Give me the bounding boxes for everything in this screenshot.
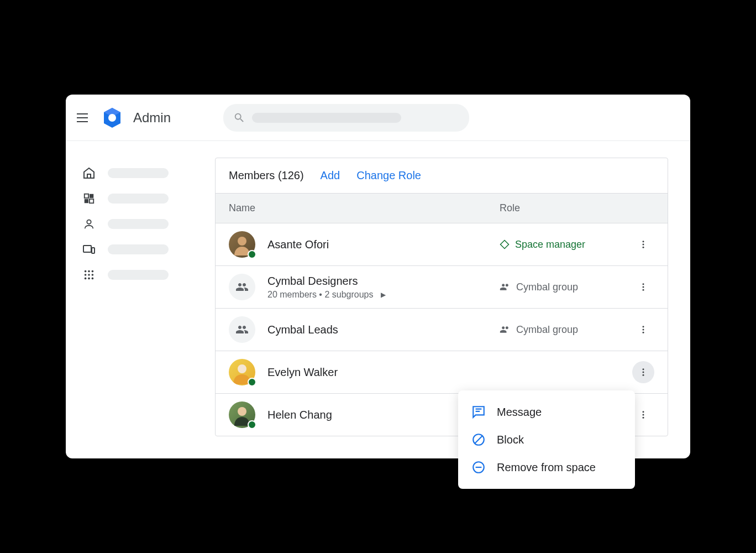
table-header: Name Role [216,193,668,223]
admin-window: Admin [66,95,690,458]
sidebar-label-skeleton [108,168,169,178]
svg-point-18 [643,241,644,242]
apps-grid-icon [82,268,96,281]
svg-point-22 [643,286,644,288]
more-actions-button[interactable] [632,233,654,255]
table-row[interactable]: Cymbal Leads Cymbal group [216,309,668,351]
member-name: Evelyn Walker [267,366,500,379]
panel-title: Members (126) [229,169,304,182]
group-icon [500,324,511,335]
svg-point-20 [643,247,644,248]
group-icon [500,281,511,293]
svg-rect-4 [90,199,93,203]
menu-item-message[interactable]: Message [458,398,635,426]
svg-rect-6 [83,246,91,252]
topbar: Admin [66,95,690,141]
svg-point-17 [238,237,246,246]
svg-rect-7 [92,248,95,253]
avatar [229,231,255,258]
devices-icon [82,243,96,256]
more-actions-button[interactable] [632,404,654,426]
svg-point-13 [92,274,94,276]
svg-point-28 [643,368,644,370]
menu-item-block[interactable]: Block [458,426,635,453]
menu-label: Message [497,406,542,419]
member-info: Cymbal Leads [267,324,500,336]
more-actions-button[interactable] [632,276,654,298]
search-icon [233,112,245,124]
table-row[interactable]: Asante Ofori Space manager [216,223,668,266]
svg-point-19 [643,244,644,246]
svg-point-9 [88,270,90,273]
member-info: Evelyn Walker [267,366,500,379]
member-subtitle: 20 members • 2 subgroups ▶ [267,290,500,300]
presence-indicator-icon [248,250,256,259]
menu-icon[interactable] [77,111,90,124]
svg-point-31 [238,407,246,416]
sidebar-item-devices[interactable] [82,237,215,262]
diamond-icon [500,239,510,249]
search-placeholder-skeleton [252,113,401,123]
avatar [229,274,255,300]
svg-point-27 [238,364,246,373]
search-input[interactable] [223,104,469,132]
dashboard-icon [82,192,96,205]
svg-point-25 [643,329,644,331]
svg-point-29 [643,372,644,373]
context-menu: Message Block Remove from space [458,390,635,489]
svg-point-32 [643,411,644,413]
svg-rect-1 [85,194,88,198]
block-icon [471,432,486,447]
role-cell: Space manager [500,239,632,251]
sidebar-item-home[interactable] [82,160,215,186]
svg-point-8 [85,270,87,273]
member-info: Cymbal Designers 20 members • 2 subgroup… [267,275,500,300]
svg-rect-3 [85,199,88,203]
svg-point-0 [108,114,116,122]
svg-point-23 [643,289,644,291]
change-role-button[interactable]: Change Role [356,169,421,182]
svg-point-21 [643,283,644,285]
svg-point-24 [643,326,644,327]
role-label: Space manager [515,239,585,251]
table-row[interactable]: Cymbal Designers 20 members • 2 subgroup… [216,266,668,309]
sidebar-item-users[interactable] [82,211,215,237]
member-name: Asante Ofori [267,238,500,251]
presence-indicator-icon [248,420,256,429]
add-button[interactable]: Add [321,169,340,182]
role-label: Cymbal group [516,324,578,336]
presence-indicator-icon [248,378,256,387]
avatar [229,316,255,343]
sidebar-item-dashboard[interactable] [82,186,215,211]
group-avatar-icon [229,316,255,343]
more-actions-button[interactable] [632,319,654,341]
svg-point-16 [92,278,94,280]
message-icon [471,405,486,419]
sidebar-label-skeleton [108,219,169,229]
role-cell: Cymbal group [500,281,632,293]
menu-item-remove[interactable]: Remove from space [458,453,635,481]
avatar [229,401,255,428]
svg-point-33 [643,414,644,416]
svg-point-10 [92,270,94,273]
person-icon [82,217,96,231]
svg-point-26 [643,332,644,333]
svg-point-5 [87,220,91,224]
menu-label: Remove from space [497,461,596,474]
avatar [229,359,255,385]
sidebar-item-apps[interactable] [82,262,215,288]
panel-header: Members (126) Add Change Role [216,158,668,193]
svg-point-11 [85,274,87,276]
member-info: Asante Ofori [267,238,500,251]
more-actions-button[interactable] [632,361,654,383]
column-name: Name [229,202,500,214]
svg-point-15 [88,278,90,280]
admin-logo-icon [101,107,123,129]
sidebar [66,158,215,436]
menu-label: Block [497,434,524,446]
home-icon [82,166,96,180]
svg-line-36 [475,436,482,444]
role-label: Cymbal group [516,281,578,293]
member-name: Cymbal Leads [267,324,500,336]
table-row[interactable]: Evelyn Walker [216,351,668,394]
